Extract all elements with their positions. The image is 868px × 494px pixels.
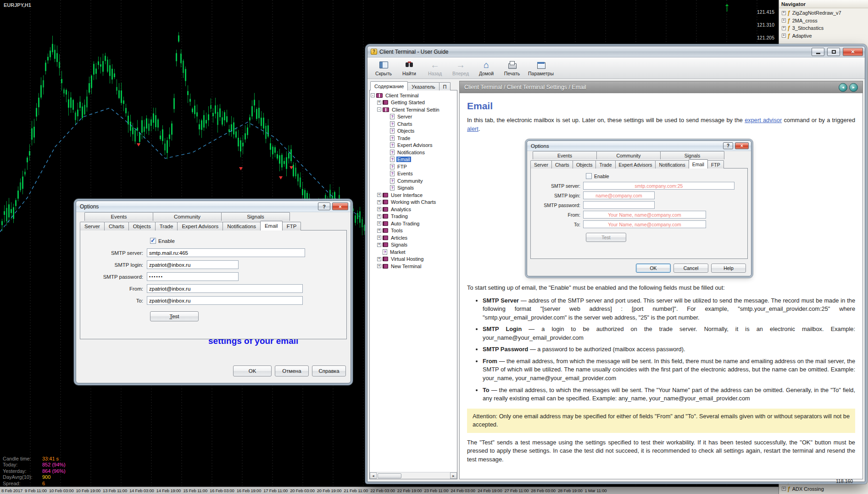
closing-paragraph: The "Test" sends a test message using th…: [467, 438, 855, 464]
help-pane-tab[interactable]: П: [439, 82, 451, 90]
tree-item-label: FTP: [396, 164, 408, 169]
tree-expander-icon[interactable]: [377, 200, 381, 204]
tree-item[interactable]: Charts: [384, 120, 456, 128]
scroll-right-icon[interactable]: [450, 472, 457, 479]
tree-item[interactable]: Notifications: [384, 149, 456, 156]
tree-item[interactable]: Signals: [377, 241, 456, 249]
tree-expander-icon[interactable]: [377, 214, 381, 219]
options-tab[interactable]: Email: [260, 221, 283, 230]
options-tab[interactable]: Notifications: [223, 222, 261, 230]
tree-expander-icon[interactable]: [377, 193, 381, 197]
tree-item[interactable]: Trading: [377, 213, 456, 220]
options-tab[interactable]: Objects: [128, 222, 156, 230]
maximize-button[interactable]: [827, 48, 840, 56]
tree-item[interactable]: Market: [377, 248, 456, 256]
alert-link[interactable]: alert: [467, 125, 479, 132]
minimize-button[interactable]: [812, 48, 824, 56]
navigator-item[interactable]: ZigZagNotRedraw_v7: [779, 9, 868, 17]
expand-plus-icon[interactable]: [782, 487, 786, 491]
bullet-item: To — the email address, to which the mes…: [483, 386, 855, 403]
help-pane-tab[interactable]: Указатель: [407, 82, 439, 90]
screenshot-tab: Events: [533, 151, 597, 159]
expand-plus-icon[interactable]: [782, 11, 786, 15]
tree-item[interactable]: Objects: [384, 128, 456, 135]
tree-item[interactable]: User Interface: [377, 191, 456, 199]
tree-expander-icon[interactable]: [377, 207, 381, 211]
options-tab[interactable]: FTP: [282, 222, 301, 230]
help-button[interactable]: Справка: [312, 365, 346, 376]
ok-button[interactable]: OK: [233, 365, 272, 376]
tree-item[interactable]: New Terminal: [377, 263, 456, 270]
tree-horizontal-scrollbar[interactable]: [370, 472, 457, 479]
tree-item[interactable]: Trade: [384, 135, 456, 142]
help-toolbar-button[interactable]: Назад: [423, 58, 447, 78]
scrollbar-thumb[interactable]: [378, 473, 401, 478]
options-tab[interactable]: Server: [80, 222, 105, 230]
options-dialog-titlebar[interactable]: Options ? ×: [76, 201, 351, 212]
tree-expander-icon[interactable]: [377, 236, 381, 240]
options-tab[interactable]: Signals: [221, 212, 290, 221]
navigator-item[interactable]: Adaptive: [779, 32, 868, 40]
expert-advisor-link[interactable]: expert advisor: [745, 117, 782, 124]
tree-item[interactable]: Analytics: [377, 206, 456, 213]
tree-expander-icon[interactable]: [377, 229, 381, 233]
tree-item-label: Signals: [390, 242, 408, 247]
help-toolbar-button[interactable]: Домой: [474, 58, 499, 78]
tree-item[interactable]: Auto Trading: [377, 220, 456, 227]
tree-expander-icon[interactable]: [377, 101, 381, 105]
help-toolbar-button[interactable]: Вперед: [448, 58, 473, 78]
navigator-item[interactable]: 3_Stochastics: [779, 24, 868, 32]
tree-expander-icon[interactable]: [377, 107, 381, 112]
navigator-item[interactable]: ADX Crossing: [779, 485, 868, 493]
tree-item[interactable]: Server: [384, 113, 456, 121]
tree-item[interactable]: Events: [384, 170, 456, 178]
breadcrumb-forward-button[interactable]: [849, 83, 858, 92]
tree-expander-icon[interactable]: [377, 264, 381, 268]
options-tab[interactable]: Charts: [104, 222, 129, 230]
to-input[interactable]: zpatriot@inbox.ru: [147, 296, 303, 305]
tree-item[interactable]: Working with Charts: [377, 199, 456, 206]
tree-item[interactable]: FTP: [384, 163, 456, 170]
tree-item[interactable]: Client Terminal: [371, 92, 456, 99]
tree-item[interactable]: Virtual Hosting: [377, 256, 456, 263]
tree-item[interactable]: Client Terminal Settin: [377, 106, 456, 113]
tree-item[interactable]: Getting Started: [377, 99, 456, 107]
options-tab[interactable]: Trade: [155, 222, 178, 230]
breadcrumb-back-button[interactable]: [839, 83, 847, 92]
tree-expander-icon[interactable]: [377, 221, 381, 225]
test-button[interactable]: Test: [150, 311, 199, 321]
tree-expander-icon[interactable]: [377, 257, 381, 261]
tree-item[interactable]: Signals: [384, 185, 456, 192]
options-tab[interactable]: Community: [153, 212, 222, 221]
help-toolbar-button[interactable]: Печать: [500, 58, 524, 78]
cancel-button[interactable]: Отмена: [275, 365, 309, 376]
enable-checkbox[interactable]: [150, 238, 156, 244]
smtp-password-input[interactable]: ••••••: [147, 272, 239, 281]
tree-item-label: Auto Trading: [390, 221, 420, 226]
expand-plus-icon[interactable]: [782, 26, 786, 30]
close-button[interactable]: [843, 48, 863, 56]
help-toolbar-button[interactable]: Скрыть: [371, 58, 396, 78]
help-toolbar-button[interactable]: Параметры: [525, 58, 556, 78]
options-tab[interactable]: Events: [84, 212, 153, 221]
tree-expander-icon[interactable]: [377, 243, 381, 247]
tree-item[interactable]: Email: [384, 156, 456, 163]
tree-item[interactable]: Articles: [377, 234, 456, 241]
expand-plus-icon[interactable]: [782, 18, 786, 22]
expand-plus-icon[interactable]: [782, 34, 786, 38]
from-input[interactable]: zpatriot@inbox.ru: [147, 284, 303, 293]
navigator-item[interactable]: 2MA_cross: [779, 17, 868, 25]
help-pane-tab[interactable]: Содержание: [370, 81, 408, 90]
options-tab[interactable]: Expert Advisors: [177, 222, 223, 230]
dialog-help-button[interactable]: ?: [318, 202, 330, 210]
help-window-titlebar[interactable]: Client Terminal - User Guide: [367, 46, 865, 57]
scroll-left-icon[interactable]: [370, 472, 377, 479]
tree-item[interactable]: Expert Advisors: [384, 142, 456, 149]
tree-item[interactable]: Community: [384, 177, 456, 185]
dialog-close-button[interactable]: ×: [332, 202, 348, 210]
help-toolbar-button[interactable]: Найти: [397, 58, 422, 78]
smtp-server-input[interactable]: smtp.mail.ru:465: [147, 248, 305, 257]
smtp-login-input[interactable]: zpatriot@inbox.ru: [147, 260, 239, 269]
tree-expander-icon[interactable]: [371, 93, 375, 97]
tree-item[interactable]: Tools: [377, 227, 456, 235]
